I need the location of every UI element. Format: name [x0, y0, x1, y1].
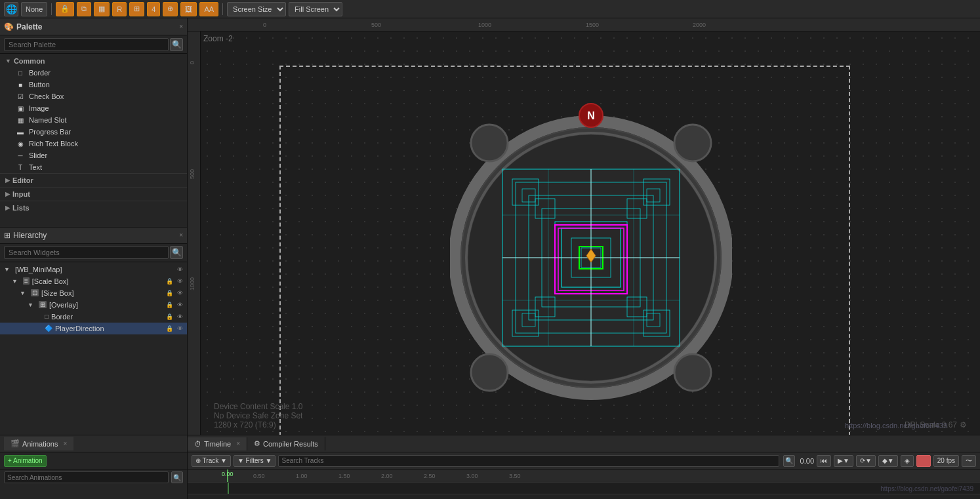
animations-panel: + Animation 🔍: [0, 452, 188, 499]
border-lock-icon[interactable]: 🔒: [165, 312, 174, 321]
svg-point-7: [674, 354, 711, 391]
fill-screen-dropdown[interactable]: Fill Screen: [289, 2, 342, 16]
lock-button[interactable]: 🔒: [56, 2, 74, 16]
checkbox-label: Check Box: [29, 92, 64, 100]
layers-button[interactable]: ⧉: [77, 2, 91, 16]
playhead-time: 0.00: [222, 471, 234, 477]
hierarchy-item-border[interactable]: □ Border 🔒 👁: [0, 311, 187, 323]
grid-button[interactable]: ⊞: [129, 2, 144, 16]
play-button[interactable]: ▶▼: [834, 455, 853, 467]
eye-icon[interactable]: 👁: [175, 265, 184, 274]
hierarchy-search-button[interactable]: 🔍: [170, 246, 183, 259]
timeline-ruler: 0.00 0.50 1.00 1.50 2.00 2.50 3.00 3.50: [188, 469, 980, 483]
timeline-search-input[interactable]: [278, 455, 779, 467]
fps-dropdown[interactable]: 20 fps: [933, 455, 959, 467]
curve-button[interactable]: 〜: [962, 455, 976, 467]
animations-tab[interactable]: 🎬 Animations ×: [4, 437, 73, 450]
diamond-button[interactable]: ◈: [901, 455, 914, 467]
r-button[interactable]: R: [112, 2, 127, 16]
canvas-ruler-top: 0 500 1000 1500 2000: [188, 18, 980, 31]
timeline-search-button[interactable]: 🔍: [783, 455, 795, 467]
lists-chevron: ▶: [5, 205, 10, 211]
ruler-mark-1500: 1500: [586, 22, 599, 28]
scale-box-eye-icon[interactable]: 👁: [175, 277, 184, 286]
canvas-viewport[interactable]: Zoom -2: [201, 31, 980, 435]
timeline-close[interactable]: ×: [236, 440, 240, 447]
minimap-svg: N: [450, 84, 732, 425]
hierarchy-item-scale-box[interactable]: ▼ ≡ [Scale Box] 🔒 👁: [0, 275, 187, 287]
border-h-label: Border: [51, 313, 73, 321]
hierarchy-search-input[interactable]: [4, 246, 169, 259]
input-section[interactable]: ▶ Input: [0, 187, 187, 201]
canvas-area: 0 500 1000 1500 2000 0 500 1000: [188, 18, 980, 435]
lists-section[interactable]: ▶ Lists: [0, 201, 187, 214]
wb-minimap-chevron: ▼: [4, 266, 10, 273]
right-bottom-tabs: ⏱ Timeline × ⚙ Compiler Results: [188, 435, 325, 452]
overlay-eye-icon[interactable]: 👁: [175, 300, 184, 309]
add-animation-button[interactable]: + Animation: [4, 455, 47, 467]
hierarchy-item-player-direction[interactable]: 🔷 PlayerDirection 🔒 👁: [0, 323, 187, 334]
border-eye-icon[interactable]: 👁: [175, 312, 184, 321]
slider-icon: ─: [16, 151, 25, 160]
lists-label: Lists: [12, 204, 30, 212]
input-label: Input: [12, 190, 30, 198]
timeline-scrollbar[interactable]: [188, 494, 980, 499]
hierarchy-item-overlay[interactable]: ▼ ⊞ [Overlay] 🔒 👁: [0, 299, 187, 311]
timeline-label: Timeline: [204, 440, 231, 448]
cursor-url: https://blog.csdn.net/gaofei7439: [845, 422, 947, 429]
image-button[interactable]: 🖼: [180, 2, 197, 16]
palette-item-checkbox[interactable]: ☑ Check Box: [0, 90, 187, 102]
palette-search-input[interactable]: [4, 38, 169, 51]
scale-box-icons: 🔒 👁: [165, 277, 184, 286]
timeline-tab[interactable]: ⏱ Timeline ×: [188, 437, 247, 450]
dpi-settings-icon[interactable]: ⚙: [960, 420, 967, 429]
palette-item-slider[interactable]: ─ Slider: [0, 150, 187, 161]
player-direction-lock-icon[interactable]: 🔒: [165, 324, 174, 333]
record-button[interactable]: [916, 455, 931, 467]
palette-close[interactable]: ×: [179, 23, 183, 30]
animations-close[interactable]: ×: [63, 440, 67, 447]
size-box-eye-icon[interactable]: 👁: [175, 289, 184, 298]
border-icon: □: [16, 68, 25, 77]
t-mark-050: 0.50: [253, 473, 265, 479]
palette-item-progressbar[interactable]: ▬ Progress Bar: [0, 126, 187, 138]
palette-item-richtextblock[interactable]: ◉ Rich Text Block: [0, 138, 187, 150]
overlay-icons: 🔒 👁: [165, 300, 184, 309]
palette-item-button[interactable]: ■ Button: [0, 79, 187, 90]
hierarchy-item-size-box[interactable]: ▼ ⊡ [Size Box] 🔒 👁: [0, 287, 187, 299]
hierarchy-item-wb-minimap[interactable]: ▼ [WB_MiniMap] 👁: [0, 264, 187, 275]
overlay-lock-icon[interactable]: 🔒: [165, 300, 174, 309]
palette-item-text[interactable]: T Text: [0, 161, 187, 173]
palette-common-header[interactable]: ▼ Common: [0, 55, 187, 67]
image-label: Image: [29, 104, 49, 112]
compiler-results-tab[interactable]: ⚙ Compiler Results: [247, 437, 325, 450]
palette-item-border[interactable]: □ Border: [0, 67, 187, 79]
timeline-playhead-line: [228, 483, 229, 494]
four-button[interactable]: 4: [147, 2, 160, 16]
richtextblock-label: Rich Text Block: [29, 140, 78, 148]
scale-box-lock-icon[interactable]: 🔒: [165, 277, 174, 286]
none-dropdown[interactable]: None: [21, 2, 47, 16]
filters-button[interactable]: ▼ Filters ▼: [234, 455, 276, 467]
loop-button[interactable]: ⟳▼: [856, 455, 876, 467]
size-box-lock-icon[interactable]: 🔒: [165, 289, 174, 298]
palette-item-namedslot[interactable]: ▦ Named Slot: [0, 114, 187, 126]
hierarchy-search-row: 🔍: [0, 244, 187, 262]
animations-search-button[interactable]: 🔍: [171, 471, 183, 483]
size-box-icon: ⊡: [31, 289, 39, 296]
keyframe-button[interactable]: ◆▼: [878, 455, 898, 467]
prev-keyframe-button[interactable]: ⏮: [817, 455, 831, 467]
animations-icon: 🎬: [10, 439, 20, 448]
palette-button[interactable]: ▦: [94, 2, 110, 16]
palette-item-image[interactable]: ▣ Image: [0, 102, 187, 114]
screen-size-dropdown[interactable]: Screen Size: [227, 2, 286, 16]
track-button[interactable]: ⊕ Track ▼: [192, 455, 231, 467]
plus-button[interactable]: ⊕: [163, 2, 178, 16]
animations-search-input[interactable]: [4, 471, 169, 483]
aa-button[interactable]: AA: [199, 2, 218, 16]
palette-search-button[interactable]: 🔍: [170, 38, 183, 51]
hierarchy-close[interactable]: ×: [179, 231, 183, 239]
player-direction-eye-icon[interactable]: 👁: [175, 324, 184, 333]
editor-section[interactable]: ▶ Editor: [0, 173, 187, 187]
globe-icon[interactable]: 🌐: [4, 2, 18, 16]
